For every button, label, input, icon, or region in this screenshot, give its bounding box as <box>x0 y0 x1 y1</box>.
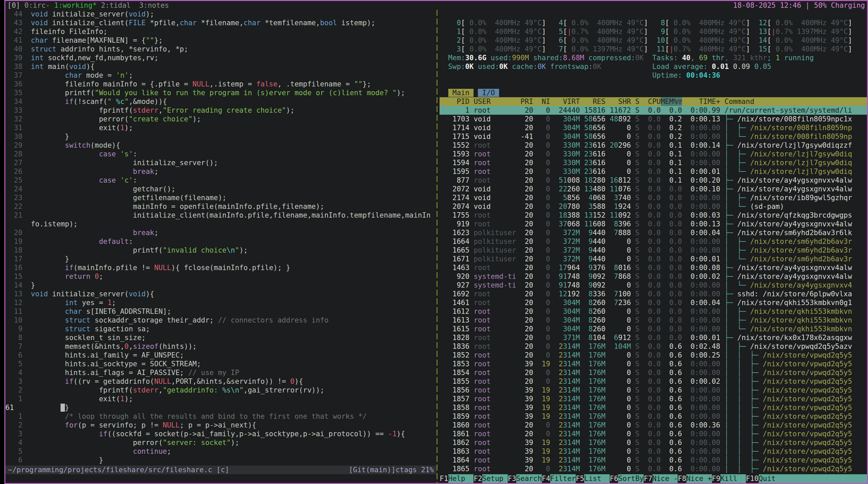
process-row-pid-877[interactable]: 877 root200510081828016812S0.00.10:00.20… <box>439 176 867 185</box>
process-row-pid-1552[interactable]: 1552 root200330M2361620296S0.00.10:00.14… <box>439 141 867 150</box>
fkey-label-F1[interactable]: Help <box>448 474 474 483</box>
fkey-F2[interactable]: F2 <box>473 474 482 483</box>
tmux-window-irc[interactable]: 0:irc- <box>25 1 55 9</box>
code-line[interactable]: 6 } <box>5 456 436 464</box>
vim-command-line[interactable] <box>5 474 436 483</box>
process-row-pid-1463[interactable]: 1463 root2001796493768016S0.00.00:00.08 … <box>439 263 867 272</box>
code-line[interactable]: 34 if(!scanf(" %c",&mode)){ <box>5 97 436 106</box>
tmux-window-notes[interactable]: 3:notes <box>139 1 169 9</box>
column-header-time[interactable]: TIME+ <box>682 97 720 106</box>
process-row-pid-919[interactable]: 919 root20037068116088396S0.00.00:00.13 … <box>439 220 867 229</box>
fkey-F8[interactable]: F8 <box>678 474 686 483</box>
process-row-pid-1623[interactable]: 1623 polkituser200372M94407888S0.00.00:0… <box>439 229 867 237</box>
fkey-label-F10[interactable]: Quit <box>759 474 867 483</box>
code-line[interactable]: 18 printf("invalid choice\n"); <box>5 246 436 254</box>
process-row-pid-2072[interactable]: 2072 void200222601348011076S0.00.00:00.1… <box>439 185 867 193</box>
process-row-pid-1612[interactable]: 1612 root200304M82600S0.00.00:00.00 │ ├─… <box>439 307 867 316</box>
process-row-pid-1863[interactable]: 1863 root39192314M176M0S0.00.60:00.00 │ … <box>439 447 867 456</box>
column-header-mem[interactable]: MEM%▽ <box>661 97 682 106</box>
fkey-label-F8[interactable]: Nice + <box>686 474 712 483</box>
process-row-pid-1692[interactable]: 1692 root2001219283367100S0.00.00:00.00 … <box>439 290 867 298</box>
code-area[interactable]: 44 void initialize_server(void); 43 void… <box>5 10 436 465</box>
code-line[interactable]: 16 if(mainInfo.pfile != NULL){ fclose(ma… <box>5 263 436 272</box>
fkey-F1[interactable]: F1 <box>439 474 448 483</box>
code-line[interactable]: 2 for(p = servinfo; p != NULL; p = p->ai… <box>5 421 436 429</box>
fkey-F9[interactable]: F9 <box>712 474 720 483</box>
tab-main[interactable]: Main <box>448 89 474 97</box>
code-line[interactable]: 3 if((sockfd = socket(p->ai_family,p->ai… <box>5 429 436 438</box>
process-row-pid-1593[interactable]: 1593 root200330M236160S0.00.10:00.00 │ ├… <box>439 150 867 158</box>
code-line[interactable]: 12 int yes = 1; <box>5 298 436 307</box>
process-row-pid-1703[interactable]: 1703 void200304M5865648892S0.00.20:00.13… <box>439 115 867 123</box>
code-line[interactable]: 4 perror("server: socket"); <box>5 438 436 447</box>
code-line[interactable]: 32 perror("create choice"); <box>5 115 436 123</box>
column-header-s[interactable]: S <box>631 97 639 106</box>
code-line[interactable]: 5 continue; <box>5 447 436 456</box>
process-row-pid-927[interactable]: 927 systemd-ti2009174890920S0.00.00:00.0… <box>439 281 867 290</box>
code-line[interactable]: 40 struct addrinfo hints, *servinfo, *p; <box>5 45 436 54</box>
process-row-pid-1594[interactable]: 1594 root200330M236160S0.00.10:00.00 │ ├… <box>439 158 867 167</box>
process-row-pid-1714[interactable]: 1714 void200304M586560S0.00.20:00.00 │ ├… <box>439 123 867 132</box>
code-line[interactable]: 28 case 's': <box>5 150 436 158</box>
column-header-pid[interactable]: PID <box>439 97 469 106</box>
process-row-pid-1755[interactable]: 1755 root200183881315211092S0.00.00:00.0… <box>439 211 867 220</box>
code-line[interactable]: 22 mainInfo = openfile(mainInfo.pfile,fi… <box>5 202 436 211</box>
code-line[interactable]: 31 exit(1); <box>5 123 436 132</box>
column-header-pri[interactable]: PRI <box>516 97 533 106</box>
process-row-pid-1856[interactable]: 1856 root39192314M176M0S0.00.60:00.00 │ … <box>439 386 867 395</box>
code-line[interactable]: 35 printf("Would you like to run the pro… <box>5 88 436 97</box>
process-row-pid-1854[interactable]: 1854 root2002314M176M0S0.00.60:00.00 │ │… <box>439 368 867 377</box>
code-line[interactable]: 61 } <box>5 403 436 412</box>
fkey-label-F9[interactable]: Kill <box>720 474 746 483</box>
tmux-window-tidal[interactable]: 2:tidal <box>101 1 139 9</box>
process-row-pid-1836[interactable]: 1836 root2002314M176M104MS0.00.60:02.48 … <box>439 342 867 351</box>
fkey-F10[interactable]: F10 <box>746 474 759 483</box>
process-row-pid-1664[interactable]: 1664 polkituser200372M94400S0.00.00:00.0… <box>439 237 867 246</box>
code-line[interactable]: fo.istemp); <box>5 220 436 229</box>
code-line[interactable]: 23 getfilename(filename); <box>5 193 436 202</box>
code-line[interactable]: 4 hints.ai_flags = AI_PASSIVE; // use my… <box>5 368 436 377</box>
code-line[interactable]: 29 switch(mode){ <box>5 141 436 150</box>
code-line[interactable]: 24 getchar(); <box>5 185 436 193</box>
process-row-pid-1853[interactable]: 1853 root39192314M176M0S0.00.60:00.00 │ … <box>439 360 867 368</box>
fkey-label-F7[interactable]: Nice - <box>652 474 678 483</box>
code-line[interactable]: 13 void initialize_server(void){ <box>5 290 436 298</box>
code-line[interactable]: 14 } <box>5 281 436 290</box>
code-line[interactable]: 17 } <box>5 254 436 263</box>
fkey-label-F2[interactable]: Setup <box>482 474 508 483</box>
process-row-pid-1671[interactable]: 1671 polkituser200372M94400S0.00.00:00.0… <box>439 254 867 263</box>
fkey-F7[interactable]: F7 <box>644 474 652 483</box>
process-row-pid-1[interactable]: 1 root200244401581611672S0.00.00:00.99 /… <box>439 106 867 115</box>
column-header-user[interactable]: USER <box>469 97 516 106</box>
code-line[interactable]: 15 return 0; <box>5 272 436 281</box>
process-row-pid-1858[interactable]: 1858 root39192314M176M0S0.00.60:00.00 │ … <box>439 403 867 412</box>
fkey-label-F4[interactable]: Filter <box>550 474 576 483</box>
fkey-F6[interactable]: F6 <box>610 474 618 483</box>
code-line[interactable]: 25 case 'c': <box>5 176 436 185</box>
process-row-pid-920[interactable]: 920 systemd-ti2009174890927868S0.00.00:0… <box>439 272 867 281</box>
tmux-window-working[interactable]: 1:working* <box>54 1 101 9</box>
process-row-pid-1828[interactable]: 1828 root200371M81046912S0.00.00:00.01 ├… <box>439 333 867 342</box>
process-row-pid-2174[interactable]: 2174 void200585640683740S0.00.00:00.00 │… <box>439 193 867 202</box>
column-header-virt[interactable]: VIRT <box>550 97 580 106</box>
process-row-pid-2074[interactable]: 2074 void2002078035881924S0.00.00:00.00 … <box>439 202 867 211</box>
process-row-pid-1860[interactable]: 1860 root2002314M176M0S0.00.60:00.36 │ │… <box>439 421 867 429</box>
process-row-pid-1613[interactable]: 1613 root200304M82600S0.00.00:00.00 │ ├─… <box>439 316 867 325</box>
fkey-F4[interactable]: F4 <box>542 474 550 483</box>
code-line[interactable]: 37 char mode = 'n'; <box>5 71 436 80</box>
fkey-F5[interactable]: F5 <box>576 474 584 483</box>
code-line[interactable]: 5 hints.ai_socktype = SOCK_STREAM; <box>5 360 436 368</box>
code-line[interactable]: 3 if((rv = getaddrinfo(NULL,PORT,&hints,… <box>5 377 436 386</box>
code-line[interactable]: 44 void initialize_server(void); <box>5 10 436 19</box>
fkey-F3[interactable]: F3 <box>508 474 516 483</box>
code-line[interactable]: 38 int main(void){ <box>5 62 436 71</box>
column-header-res[interactable]: RES <box>580 97 606 106</box>
fkey-label-F6[interactable]: SortBy <box>618 474 644 483</box>
fkey-label-F3[interactable]: Search <box>516 474 542 483</box>
process-row-pid-1461[interactable]: 1461 root200304M82607236S0.00.00:00.04 ├… <box>439 298 867 307</box>
tab-io[interactable]: I/O <box>478 89 499 97</box>
process-row-pid-1864[interactable]: 1864 root39192314M176M0S0.00.60:00.00 │ … <box>439 456 867 464</box>
code-line[interactable]: 20 break; <box>5 229 436 237</box>
process-row-pid-1852[interactable]: 1852 root2002314M176M0S0.00.60:00.25 │ │… <box>439 351 867 360</box>
column-header-ni[interactable]: NI <box>533 97 550 106</box>
